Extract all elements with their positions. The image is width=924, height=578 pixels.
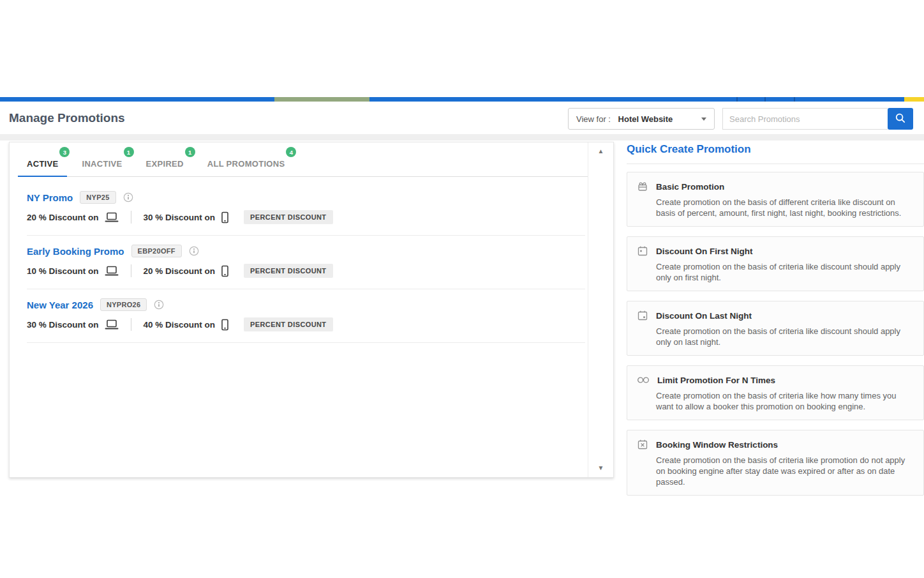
calendar-restriction-icon	[636, 438, 649, 451]
search-icon	[895, 112, 906, 126]
mobile-icon	[221, 265, 229, 277]
tab-count-badge: 1	[185, 147, 195, 157]
promotion-row: New Year 2026 NYPRO26 30 % Discount on	[27, 289, 585, 343]
scroll-down-button[interactable]: ▼	[588, 465, 613, 471]
promotion-row: Early Booking Promo EBP20OFF 10 % Discou…	[27, 236, 585, 289]
accent-bar-yellow-segment	[904, 97, 924, 102]
promotions-list: NY Promo NYP25 20 % Discount on	[27, 182, 585, 343]
calendar-first-night-icon	[636, 245, 649, 257]
quick-create-card-limit-n-times[interactable]: Limit Promotion For N Times Create promo…	[627, 365, 924, 420]
tab-active[interactable]: ACTIVE 3	[18, 153, 67, 177]
mobile-discount-text: 30 % Discount on	[144, 213, 216, 222]
card-title: Discount On Last Night	[656, 311, 752, 321]
chevron-down-icon	[701, 118, 706, 121]
search-button[interactable]	[888, 108, 913, 130]
view-for-value: Hotel Website	[618, 114, 673, 124]
card-description: Create promotion on the basis of differe…	[656, 197, 914, 218]
quick-create-card-discount-first-night[interactable]: Discount On First Night Create promotion…	[627, 236, 924, 291]
desktop-discount-text: 30 % Discount on	[27, 320, 99, 330]
tab-inactive[interactable]: INACTIVE 1	[73, 153, 131, 176]
accent-bar-divider	[764, 97, 766, 102]
accent-bar-divider	[794, 97, 795, 102]
promotion-code-chip: NYPRO26	[100, 298, 147, 311]
tab-count-badge: 1	[124, 147, 134, 157]
vertical-divider	[131, 318, 131, 331]
desktop-icon	[105, 212, 119, 223]
scrollbar[interactable]: ▲ ▼	[588, 142, 613, 477]
tab-label: ALL PROMOTIONS	[207, 159, 285, 169]
tab-all-promotions[interactable]: ALL PROMOTIONS 4	[198, 153, 294, 176]
tab-label: INACTIVE	[82, 159, 122, 169]
page-title: Manage Promotions	[9, 102, 125, 134]
infinity-icon	[636, 374, 650, 386]
promotion-type-badge: PERCENT DISCOUNT	[244, 317, 332, 331]
promotion-row: NY Promo NYP25 20 % Discount on	[27, 182, 585, 236]
promotion-type-badge: PERCENT DISCOUNT	[244, 210, 332, 224]
desktop-discount-text: 10 % Discount on	[27, 266, 99, 276]
promotion-name-link[interactable]: Early Booking Promo	[27, 246, 124, 257]
card-description: Create promotion on the basis of criteri…	[656, 390, 914, 412]
tab-count-badge: 3	[59, 147, 70, 157]
accent-bar-divider	[736, 97, 738, 102]
scroll-up-button[interactable]: ▲	[588, 148, 613, 155]
view-for-label: View for :	[576, 114, 613, 124]
card-title: Basic Promotion	[656, 182, 724, 192]
mobile-discount-text: 20 % Discount on	[144, 266, 216, 276]
desktop-icon	[105, 266, 119, 277]
vertical-divider	[131, 211, 131, 224]
quick-create-card-booking-window-restrictions[interactable]: Booking Window Restrictions Create promo…	[627, 430, 924, 496]
card-description: Create promotion on the basis of criteri…	[656, 261, 914, 283]
promotion-name-link[interactable]: NY Promo	[27, 192, 73, 203]
promotion-name-link[interactable]: New Year 2026	[27, 300, 93, 310]
tab-count-badge: 4	[286, 147, 296, 157]
promotions-panel: ACTIVE 3 INACTIVE 1 EXPIRED 1 ALL PROMOT…	[9, 142, 614, 478]
tab-label: ACTIVE	[27, 159, 58, 169]
tab-label: EXPIRED	[146, 159, 184, 169]
mobile-icon	[221, 211, 229, 224]
quick-create-title: Quick Create Promotion	[627, 143, 924, 156]
calendar-last-night-icon	[636, 309, 649, 322]
desktop-icon	[105, 319, 119, 330]
quick-create-card-discount-last-night[interactable]: Discount On Last Night Create promotion …	[627, 301, 924, 356]
promotion-type-badge: PERCENT DISCOUNT	[244, 264, 332, 278]
search-input[interactable]	[722, 108, 888, 130]
accent-bar-olive-segment	[274, 97, 369, 102]
info-icon[interactable]	[154, 300, 164, 310]
info-icon[interactable]	[189, 246, 199, 256]
promotions-tabs: ACTIVE 3 INACTIVE 1 EXPIRED 1 ALL PROMOT…	[18, 153, 595, 177]
quick-create-divider	[627, 164, 924, 164]
card-title: Limit Promotion For N Times	[657, 376, 775, 385]
card-description: Create promotion on the basis of criteri…	[656, 326, 914, 347]
vertical-divider	[131, 264, 131, 277]
view-for-dropdown[interactable]: View for : Hotel Website	[568, 108, 715, 130]
card-description: Create promotion on the basis of criteri…	[656, 455, 914, 487]
promotion-code-chip: EBP20OFF	[131, 245, 182, 257]
card-title: Discount On First Night	[656, 247, 753, 256]
desktop-discount-text: 20 % Discount on	[27, 213, 99, 222]
page-header: Manage Promotions View for : Hotel Websi…	[0, 102, 924, 134]
card-title: Booking Window Restrictions	[656, 440, 778, 450]
quick-create-panel: Quick Create Promotion Basic Promotion C…	[627, 143, 924, 505]
quick-create-card-basic-promotion[interactable]: Basic Promotion Create promotion on the …	[627, 172, 924, 227]
info-icon[interactable]	[123, 192, 133, 202]
gift-icon	[636, 180, 649, 193]
top-accent-bar	[0, 97, 924, 102]
mobile-discount-text: 40 % Discount on	[144, 320, 216, 330]
header-separator-strip	[0, 134, 924, 141]
mobile-icon	[221, 319, 229, 331]
tab-expired[interactable]: EXPIRED 1	[137, 153, 193, 176]
promotion-code-chip: NYP25	[80, 191, 116, 204]
